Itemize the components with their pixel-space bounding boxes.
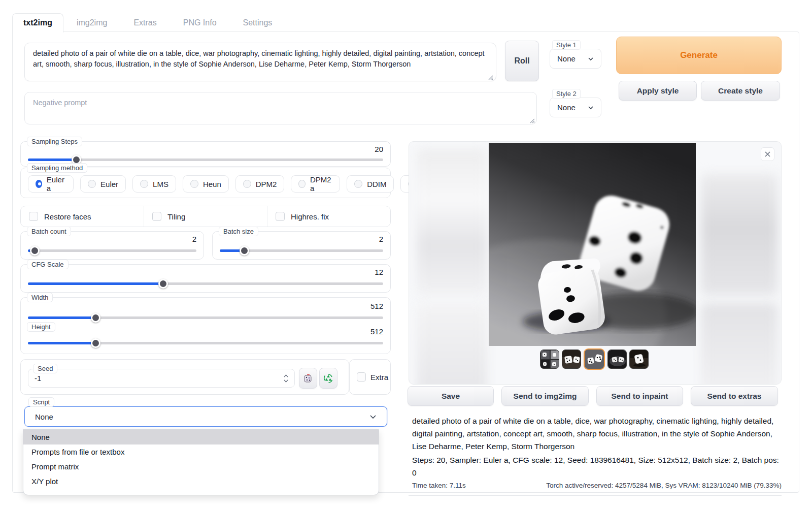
radio-off-icon [354,180,362,188]
seed-label: Seed [33,364,57,373]
slider-knob[interactable] [91,338,100,348]
prompt-input[interactable]: detailed photo of a pair of white die on… [24,43,496,81]
radio-off-icon [243,180,251,188]
checkbox-icon [276,212,285,221]
chevron-down-icon [588,57,594,61]
radio-lms[interactable]: LMS [132,175,176,193]
script-option-prompts-file[interactable]: Prompts from file or textbox [23,444,379,459]
slider-knob[interactable] [158,279,168,289]
thumbnail-3-selected[interactable] [584,348,605,370]
batch-count-panel: Batch count 2 [20,231,204,260]
save-button[interactable]: Save [408,386,494,406]
batch-size-slider[interactable] [220,246,383,255]
tab-txt2img[interactable]: txt2img [12,13,63,33]
radio-on-icon [36,180,42,188]
create-style-button[interactable]: Create style [701,81,780,101]
dice-icon [303,373,313,384]
batch-count-label: Batch count [27,227,71,236]
restore-faces-checkbox[interactable]: Restore faces [21,206,144,227]
result-gallery [409,141,782,385]
close-gallery-button[interactable] [761,147,774,161]
radio-off-icon [140,180,148,188]
dice-thumb-icon [630,350,649,369]
radio-ddim[interactable]: DDIM [347,175,394,193]
generated-image[interactable] [489,143,696,346]
dice-thumb-icon [562,350,581,369]
thumbnail-4[interactable] [607,350,627,369]
radio-heun[interactable]: Heun [183,175,229,193]
batch-size-panel: Batch size 2 [212,231,391,260]
tab-extras[interactable]: Extras [120,13,170,33]
tab-bar: txt2img img2img Extras PNG Info Settings [12,13,285,33]
apply-style-button[interactable]: Apply style [619,81,697,101]
width-value: 512 [370,302,383,310]
thumbnail-5[interactable] [629,350,649,369]
generation-info: detailed photo of a pair of white die on… [409,412,782,496]
script-option-none[interactable]: None [23,430,379,444]
script-value: None [35,412,53,421]
script-select[interactable]: None [24,406,387,427]
checkbox-icon [152,212,161,221]
radio-dpm2-a[interactable]: DPM2 a [291,175,340,193]
slider-knob[interactable] [240,246,249,256]
script-option-prompt-matrix[interactable]: Prompt matrix [23,459,379,474]
dice-thumb-icon [585,350,604,369]
thumbnail-1[interactable] [540,350,559,369]
radio-dpm2[interactable]: DPM2 [235,175,285,193]
roll-button[interactable]: Roll [505,41,539,81]
output-prompt-text: detailed photo of a pair of white die on… [412,415,782,453]
style1-select[interactable]: None [550,49,601,69]
thumbnail-2[interactable] [562,350,581,369]
tab-png-info[interactable]: PNG Info [170,13,230,33]
seed-input[interactable]: -1 [28,369,295,388]
seed-panel: Seed -1 [20,359,349,395]
resize-grip-icon[interactable] [529,117,535,123]
reuse-seed-button[interactable] [319,368,337,389]
time-taken-text: Time taken: 7.11s [412,482,466,489]
style2-select[interactable]: None [550,98,601,117]
batch-size-value: 2 [379,235,383,243]
cfg-scale-panel: CFG Scale 12 [20,264,391,293]
width-slider[interactable] [28,313,383,322]
negative-prompt-input[interactable] [24,92,537,124]
slider-knob[interactable] [30,246,40,256]
radio-euler[interactable]: Euler [80,175,126,193]
tiling-checkbox[interactable]: Tiling [144,206,267,227]
cfg-scale-slider[interactable] [28,279,383,288]
tab-settings[interactable]: Settings [230,13,286,33]
batch-count-slider[interactable] [28,246,196,255]
batch-size-label: Batch size [219,227,258,236]
dice-thumb-icon [608,350,627,369]
style2-label: Style 2 [552,89,581,99]
resize-grip-icon[interactable] [487,74,493,80]
script-option-xy-plot[interactable]: X/Y plot [23,474,379,489]
checkbox-icon [357,372,366,382]
radio-off-icon [88,180,96,188]
highres-fix-checkbox[interactable]: Highres. fix [267,206,390,227]
random-seed-button[interactable] [299,368,317,389]
style1-label: Style 1 [552,40,581,50]
slider-knob[interactable] [91,313,100,323]
script-dropdown-list: None Prompts from file or textbox Prompt… [23,429,379,495]
stepper-icon[interactable] [283,373,289,384]
generate-button[interactable]: Generate [616,37,782,74]
close-icon [764,151,771,157]
dice-thumb-icon [540,350,559,369]
radio-off-icon [190,180,198,188]
tab-img2img[interactable]: img2img [63,13,120,33]
extra-checkbox[interactable]: Extra [350,360,390,394]
output-params-text: Steps: 20, Sampler: Euler a, CFG scale: … [412,454,782,479]
size-panel: Width 512 Height 512 [20,297,391,354]
recycle-icon [323,373,333,384]
sampling-method-label: Sampling method [27,163,87,173]
send-to-inpaint-button[interactable]: Send to inpaint [596,386,683,406]
send-to-img2img-button[interactable]: Send to img2img [501,386,589,406]
height-slider[interactable] [28,338,383,347]
height-value: 512 [370,327,383,336]
send-to-extras-button[interactable]: Send to extras [691,386,778,406]
chevron-down-icon [369,415,377,419]
blurred-preview [701,173,777,295]
style1-value: None [557,54,576,63]
radio-euler-a[interactable]: Euler a [28,175,74,193]
checkbox-icon [29,212,38,221]
